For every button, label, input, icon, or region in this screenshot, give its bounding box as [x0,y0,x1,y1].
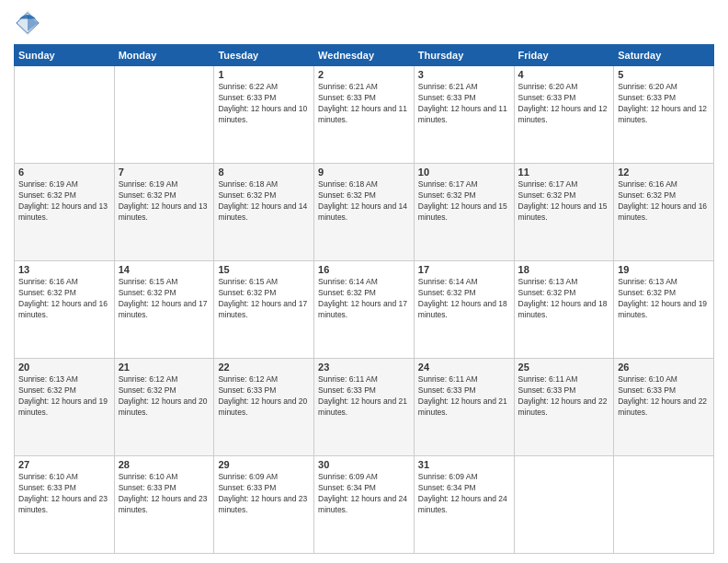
day-cell: 7Sunrise: 6:19 AM Sunset: 6:32 PM Daylig… [114,164,214,261]
day-info: Sunrise: 6:19 AM Sunset: 6:32 PM Dayligh… [119,179,210,224]
day-number: 19 [618,264,710,275]
day-info: Sunrise: 6:13 AM Sunset: 6:32 PM Dayligh… [518,277,610,321]
day-info: Sunrise: 6:09 AM Sunset: 6:33 PM Dayligh… [218,472,310,516]
day-number: 11 [518,167,610,178]
day-number: 26 [618,362,710,373]
day-cell: 17Sunrise: 6:14 AM Sunset: 6:32 PM Dayli… [414,261,514,359]
day-info: Sunrise: 6:16 AM Sunset: 6:32 PM Dayligh… [18,277,110,321]
day-cell: 25Sunrise: 6:11 AM Sunset: 6:33 PM Dayli… [514,359,614,456]
day-info: Sunrise: 6:12 AM Sunset: 6:32 PM Dayligh… [119,374,210,419]
col-header-friday: Friday [514,45,614,66]
day-cell: 26Sunrise: 6:10 AM Sunset: 6:33 PM Dayli… [614,359,714,456]
day-number: 28 [119,459,210,470]
day-cell: 8Sunrise: 6:18 AM Sunset: 6:32 PM Daylig… [214,164,314,261]
day-info: Sunrise: 6:10 AM Sunset: 6:33 PM Dayligh… [119,472,210,516]
day-info: Sunrise: 6:09 AM Sunset: 6:34 PM Dayligh… [318,472,410,516]
day-number: 25 [518,362,610,373]
day-number: 29 [218,459,310,470]
day-info: Sunrise: 6:11 AM Sunset: 6:33 PM Dayligh… [418,374,510,419]
day-cell: 20Sunrise: 6:13 AM Sunset: 6:32 PM Dayli… [15,359,115,456]
day-cell: 24Sunrise: 6:11 AM Sunset: 6:33 PM Dayli… [414,359,514,456]
day-info: Sunrise: 6:21 AM Sunset: 6:33 PM Dayligh… [418,82,510,126]
day-cell: 1Sunrise: 6:22 AM Sunset: 6:33 PM Daylig… [214,66,314,164]
day-cell [15,66,115,164]
day-info: Sunrise: 6:14 AM Sunset: 6:32 PM Dayligh… [418,277,510,321]
day-info: Sunrise: 6:12 AM Sunset: 6:33 PM Dayligh… [218,374,310,419]
day-number: 24 [418,362,510,373]
day-info: Sunrise: 6:09 AM Sunset: 6:34 PM Dayligh… [418,472,510,516]
day-cell: 10Sunrise: 6:17 AM Sunset: 6:32 PM Dayli… [414,164,514,261]
day-cell: 21Sunrise: 6:12 AM Sunset: 6:32 PM Dayli… [114,359,214,456]
day-cell [114,66,214,164]
day-number: 18 [518,264,610,275]
day-info: Sunrise: 6:17 AM Sunset: 6:32 PM Dayligh… [418,179,510,224]
day-number: 12 [618,167,710,178]
day-number: 7 [119,167,210,178]
day-info: Sunrise: 6:18 AM Sunset: 6:32 PM Dayligh… [318,179,410,224]
day-number: 31 [418,459,510,470]
day-cell: 11Sunrise: 6:17 AM Sunset: 6:32 PM Dayli… [514,164,614,261]
day-info: Sunrise: 6:20 AM Sunset: 6:33 PM Dayligh… [618,82,710,126]
col-header-sunday: Sunday [15,45,115,66]
day-cell: 16Sunrise: 6:14 AM Sunset: 6:32 PM Dayli… [314,261,415,359]
day-info: Sunrise: 6:22 AM Sunset: 6:33 PM Dayligh… [218,82,310,126]
col-header-saturday: Saturday [614,45,714,66]
day-number: 13 [18,264,110,275]
day-number: 14 [119,264,210,275]
day-info: Sunrise: 6:21 AM Sunset: 6:33 PM Dayligh… [318,82,410,126]
day-info: Sunrise: 6:15 AM Sunset: 6:32 PM Dayligh… [119,277,210,321]
day-cell: 19Sunrise: 6:13 AM Sunset: 6:32 PM Dayli… [614,261,714,359]
day-cell: 4Sunrise: 6:20 AM Sunset: 6:33 PM Daylig… [514,66,614,164]
day-cell: 14Sunrise: 6:15 AM Sunset: 6:32 PM Dayli… [114,261,214,359]
day-number: 16 [318,264,410,275]
day-info: Sunrise: 6:14 AM Sunset: 6:32 PM Dayligh… [318,277,410,321]
header-row: SundayMondayTuesdayWednesdayThursdayFrid… [15,45,714,66]
day-number: 6 [18,167,110,178]
calendar-table: SundayMondayTuesdayWednesdayThursdayFrid… [14,44,714,554]
logo [14,9,45,37]
day-number: 15 [218,264,310,275]
week-row-5: 27Sunrise: 6:10 AM Sunset: 6:33 PM Dayli… [15,456,714,554]
week-row-1: 1Sunrise: 6:22 AM Sunset: 6:33 PM Daylig… [15,66,714,164]
day-cell: 27Sunrise: 6:10 AM Sunset: 6:33 PM Dayli… [15,456,115,554]
day-number: 1 [218,69,310,80]
day-info: Sunrise: 6:16 AM Sunset: 6:32 PM Dayligh… [618,179,710,224]
day-number: 10 [418,167,510,178]
day-cell: 15Sunrise: 6:15 AM Sunset: 6:32 PM Dayli… [214,261,314,359]
day-cell: 2Sunrise: 6:21 AM Sunset: 6:33 PM Daylig… [314,66,415,164]
day-number: 8 [218,167,310,178]
day-cell [514,456,614,554]
day-number: 27 [18,459,110,470]
day-cell [614,456,714,554]
day-info: Sunrise: 6:19 AM Sunset: 6:32 PM Dayligh… [18,179,110,224]
day-cell: 30Sunrise: 6:09 AM Sunset: 6:34 PM Dayli… [314,456,415,554]
day-info: Sunrise: 6:17 AM Sunset: 6:32 PM Dayligh… [518,179,610,224]
day-cell: 6Sunrise: 6:19 AM Sunset: 6:32 PM Daylig… [15,164,115,261]
day-cell: 13Sunrise: 6:16 AM Sunset: 6:32 PM Dayli… [15,261,115,359]
day-number: 23 [318,362,410,373]
day-number: 20 [18,362,110,373]
logo-icon [14,9,41,37]
day-number: 21 [119,362,210,373]
day-number: 9 [318,167,410,178]
day-info: Sunrise: 6:10 AM Sunset: 6:33 PM Dayligh… [618,374,710,419]
day-cell: 9Sunrise: 6:18 AM Sunset: 6:32 PM Daylig… [314,164,415,261]
col-header-tuesday: Tuesday [214,45,314,66]
day-number: 5 [618,69,710,80]
day-number: 3 [418,69,510,80]
day-number: 17 [418,264,510,275]
day-cell: 18Sunrise: 6:13 AM Sunset: 6:32 PM Dayli… [514,261,614,359]
day-cell: 12Sunrise: 6:16 AM Sunset: 6:32 PM Dayli… [614,164,714,261]
col-header-monday: Monday [114,45,214,66]
day-info: Sunrise: 6:20 AM Sunset: 6:33 PM Dayligh… [518,82,610,126]
day-info: Sunrise: 6:11 AM Sunset: 6:33 PM Dayligh… [518,374,610,419]
day-info: Sunrise: 6:15 AM Sunset: 6:32 PM Dayligh… [218,277,310,321]
day-cell: 23Sunrise: 6:11 AM Sunset: 6:33 PM Dayli… [314,359,415,456]
page: SundayMondayTuesdayWednesdayThursdayFrid… [0,0,728,563]
day-info: Sunrise: 6:11 AM Sunset: 6:33 PM Dayligh… [318,374,410,419]
day-number: 22 [218,362,310,373]
day-number: 4 [518,69,610,80]
col-header-wednesday: Wednesday [314,45,415,66]
day-info: Sunrise: 6:13 AM Sunset: 6:32 PM Dayligh… [18,374,110,419]
col-header-thursday: Thursday [414,45,514,66]
